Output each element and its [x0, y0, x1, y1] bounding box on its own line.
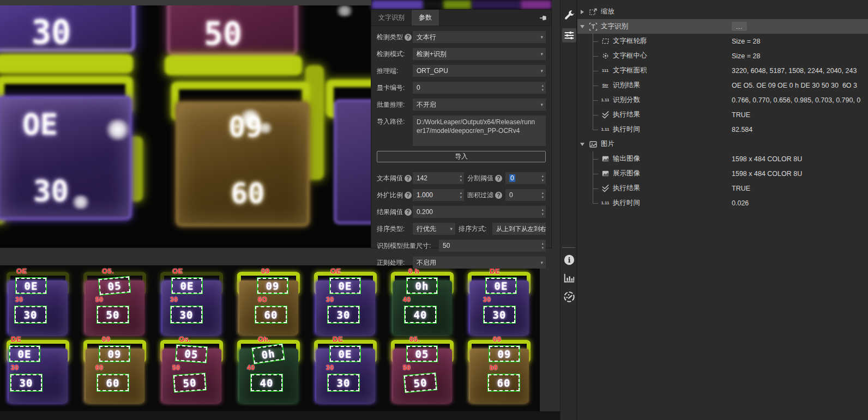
import-path-field[interactable]: D:/WorkLeaper/Output/x64/Release/runner1… [413, 115, 546, 146]
ocr-text-label: OE [16, 267, 27, 275]
field-label: 推理端: [377, 66, 413, 76]
expand-ratio-spinner[interactable]: 1.000▴▾ [413, 189, 464, 201]
tree-row-recognition-score[interactable]: 1.11 识别分数 0.766, 0.770, 0.656, 0.985, 0.… [577, 93, 868, 107]
spinner-arrows-icon[interactable]: ▴▾ [542, 242, 544, 249]
fuse-photo-top-left: 30 [0, 0, 135, 52]
spinner-arrows-icon[interactable]: ▴▾ [460, 191, 462, 199]
detect-type-select[interactable]: 文本行▾ [413, 31, 546, 43]
help-icon[interactable]: ? [405, 192, 412, 199]
tree-row-exec-result[interactable]: 执行结果 TRUE [577, 107, 868, 122]
chevron-down-icon: ▾ [540, 102, 543, 107]
result-label: 执行结果 [613, 110, 640, 119]
help-icon[interactable]: ? [405, 175, 412, 182]
result-label: 文字框中心 [613, 51, 647, 60]
help-icon[interactable]: ? [405, 34, 412, 41]
expand-arrow-icon[interactable] [581, 10, 584, 14]
tree-row-exec-time[interactable]: 1.11 执行时间 0.026 [577, 196, 868, 210]
help-icon[interactable]: ? [405, 209, 412, 216]
inference-backend-select[interactable]: ORT_GPU▾ [413, 65, 546, 77]
app-window: 30 50 OE 30 09 60 [0, 0, 868, 420]
batch-inference-select[interactable]: 不开启▾ [413, 99, 546, 111]
tree-row-text-box-center[interactable]: 文字框中心 Size = 28 [577, 48, 868, 63]
detection-box: 50 [173, 373, 207, 393]
tree-row-exec-time[interactable]: 1.11 执行时间 82.584 [577, 122, 868, 137]
double-check-icon [599, 111, 611, 119]
viewer-top-strip [0, 0, 371, 5]
tree-row-exec-result[interactable]: 执行结果 TRUE [577, 181, 868, 196]
spinner-arrows-icon[interactable]: ▴▾ [460, 174, 462, 182]
detection-box: 09 [257, 277, 288, 294]
light-glint [257, 122, 274, 134]
bar-chart-icon[interactable] [562, 271, 576, 285]
detection-box: 30 [327, 306, 360, 324]
field-label: 识别模型批量尺寸: [377, 241, 439, 251]
ocr-result-image-view[interactable]: OE 0E 30 30 O5. 05 50 50 OE 0E 30 [0, 265, 540, 411]
gauge-icon[interactable] [562, 290, 576, 304]
fuse-cell: Oh. 0h 40 40 [231, 333, 308, 406]
import-button[interactable]: 导入 [377, 151, 546, 162]
wrench-icon[interactable] [562, 9, 576, 23]
regex-process-select[interactable]: 不启用▾ [413, 257, 546, 269]
fuse-cell: 09 09 60 60 [77, 333, 154, 406]
tab-parameters[interactable]: 参数 [412, 10, 439, 26]
result-value: Size = 28 [732, 38, 868, 45]
tree-row-recognition-result[interactable]: Str 识别结果 OE O5. OE 09 OE 0 h DE 30 50 30… [577, 78, 868, 93]
rec-batch-size-spinner[interactable]: 50▴▾ [439, 240, 546, 252]
help-icon[interactable]: ? [495, 192, 502, 199]
ocr-text-label: 30 [326, 296, 334, 303]
gpu-index-spinner[interactable]: 0▴▾ [413, 82, 546, 94]
result-value: Size = 28 [732, 52, 868, 60]
collapse-arrow-icon[interactable] [580, 25, 584, 28]
result-value: 3220, 6048, 5187, 1508, 2244, 2040, 243 [732, 67, 868, 75]
photo-sliver [371, 0, 424, 9]
area-filter-spinner[interactable]: 0▴▾ [505, 189, 546, 201]
field-label: 显卡编号: [377, 83, 413, 93]
info-icon[interactable]: i [562, 253, 576, 267]
fuse-cell: 09 09 b0 60 [461, 333, 538, 406]
fuse-holder-glow [165, 56, 302, 75]
scale-icon [587, 8, 599, 16]
fuse-number: 30 [32, 13, 71, 51]
detection-box: 0E [485, 277, 517, 294]
result-value: OE O5. OE 09 OE 0 h DE 30 50 30 6O 3 [732, 82, 868, 89]
result-threshold-spinner[interactable]: 0.200▴▾ [413, 206, 546, 218]
field-label: 检测模式: [377, 50, 413, 59]
split-threshold-spinner[interactable]: 0▴▾ [505, 172, 546, 184]
ocr-text-label: 09 [493, 335, 501, 343]
sliders-icon[interactable] [562, 28, 576, 42]
tree-node-text-recognition[interactable]: 文字识别 ... [577, 19, 868, 34]
result-value: 0.766, 0.770, 0.656, 0.985, 0.703, 0.790… [732, 96, 868, 104]
pin-icon[interactable] [539, 14, 547, 22]
ocr-text-label: DE [11, 335, 21, 343]
help-icon[interactable]: ? [495, 175, 502, 182]
spinner-arrows-icon[interactable]: ▴▾ [542, 191, 544, 199]
collapse-arrow-icon[interactable] [580, 143, 584, 146]
detect-mode-select[interactable]: 检测+识别▾ [413, 48, 546, 60]
detection-box: 0E [15, 277, 47, 294]
ocr-text-label: b0 [490, 364, 498, 372]
image-icon [587, 140, 599, 149]
text-threshold-spinner[interactable]: 142▴▾ [413, 172, 464, 184]
tree-row-text-box-contour[interactable]: 文字框轮廓 Size = 28 [577, 34, 868, 48]
tab-text-recognition[interactable]: 文字识别 [371, 10, 412, 26]
spinner-arrows-icon[interactable]: ▴▾ [542, 84, 544, 92]
spinner-arrows-icon[interactable]: ▴▾ [542, 208, 544, 216]
field-label: 检测类型 [377, 33, 403, 42]
field-label: 文本阈值 [377, 174, 403, 183]
tree-row-output-image[interactable]: 输出图像 1598 x 484 COLOR 8U [577, 151, 868, 166]
ocr-text-label: 30 [483, 296, 491, 303]
number-icon: 1.11 [599, 127, 611, 132]
light-glint [334, 5, 355, 16]
tree-node-zoom[interactable]: 缩放 [577, 4, 868, 19]
tree-row-text-box-area[interactable]: 111 文字框面积 3220, 6048, 5187, 1508, 2244, … [577, 63, 868, 78]
field-label: 批量推理: [377, 100, 413, 109]
more-options-button[interactable]: ... [732, 22, 747, 31]
tree-node-image[interactable]: 图片 [577, 137, 868, 151]
detection-box: 0E [9, 345, 40, 362]
field-label: 正则处理: [377, 258, 413, 267]
sort-order-select[interactable]: 从上到下从左到右▾ [492, 223, 546, 235]
tree-row-display-image[interactable]: 展示图像 1598 x 484 COLOR 8U [577, 166, 868, 181]
spinner-arrows-icon[interactable]: ▴▾ [542, 174, 544, 182]
result-value: 82.584 [732, 126, 868, 133]
sort-type-select[interactable]: 行优先▾ [413, 223, 455, 235]
